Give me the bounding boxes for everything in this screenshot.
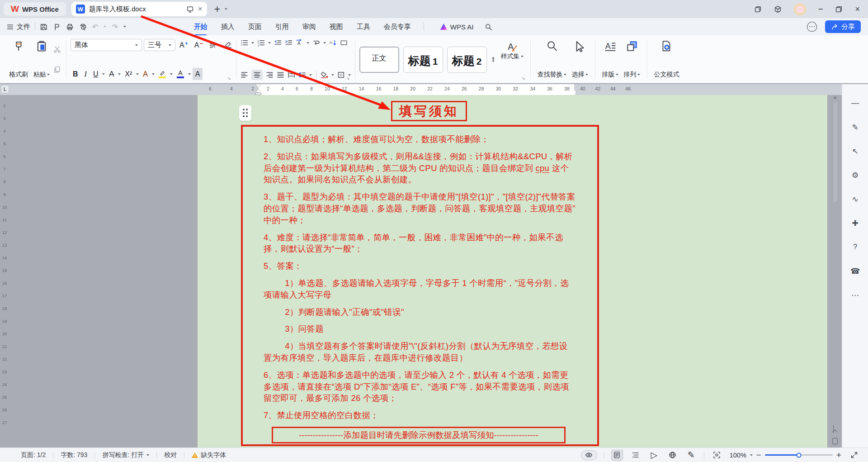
spellcheck-toggle[interactable]: 拼写检查: 打开 [102, 451, 149, 459]
print-preview-icon[interactable] [79, 23, 87, 31]
file-menu-button[interactable]: 文件 [6, 23, 30, 31]
document-page[interactable]: 填写须知 1、知识点必填；解析、难度值可以为空，数据项不能删除；2、知识点：如果… [198, 95, 827, 448]
wrap-caret-icon[interactable] [323, 42, 326, 44]
borders-icon[interactable] [337, 71, 345, 79]
zoom-out-icon[interactable]: − [756, 450, 761, 460]
eye-protection-button[interactable] [581, 450, 597, 460]
workbench-icon[interactable] [754, 5, 762, 13]
arrange-button[interactable]: 排列 [621, 38, 643, 81]
numbered-list-icon[interactable]: 123 [257, 39, 265, 47]
zoom-caret-icon[interactable] [750, 454, 753, 456]
restore-icon[interactable] [835, 5, 843, 13]
align-left-icon[interactable] [241, 71, 248, 79]
superscript-button[interactable]: X² [123, 68, 134, 80]
scrollbar-thumb[interactable] [833, 102, 837, 202]
paste-button[interactable]: 粘贴 [31, 38, 52, 81]
styles-dialog-launcher-icon[interactable]: ↘ [521, 76, 525, 81]
menu-tab[interactable]: 页面 [248, 23, 262, 31]
tab-list-caret-icon[interactable] [225, 8, 227, 10]
zoom-in-icon[interactable]: + [836, 450, 841, 460]
strikethrough-caret-icon[interactable] [118, 73, 121, 75]
undo-caret-icon[interactable] [104, 26, 106, 28]
cut-icon[interactable] [53, 46, 61, 53]
decrease-font-button[interactable]: A− [192, 39, 206, 51]
format-painter-button[interactable]: 格式刷 [6, 38, 31, 81]
menu-tab[interactable]: 引用 [275, 23, 289, 31]
scroll-up-icon[interactable] [833, 96, 837, 99]
smart-format-icon[interactable]: ⚙ [850, 170, 861, 181]
share-button[interactable]: 分享 [825, 20, 861, 33]
menu-tab[interactable]: 插入 [221, 23, 235, 31]
more-tools-icon[interactable]: ⋯ [850, 290, 861, 300]
mobile-connect-icon[interactable]: ☎ [850, 266, 861, 276]
menu-tab[interactable]: 视图 [330, 23, 343, 31]
fullscreen-button[interactable] [848, 450, 860, 461]
character-shading-button[interactable]: A [193, 68, 203, 80]
style-normal[interactable]: 正文 [359, 47, 399, 73]
hide-panel-icon[interactable]: — [850, 98, 861, 109]
decrease-indent-icon[interactable] [274, 39, 282, 47]
numbered-caret-icon[interactable] [268, 42, 271, 44]
underline-button[interactable]: U [91, 68, 101, 80]
highlight-caret-icon[interactable] [170, 73, 173, 75]
document-tab[interactable]: W 题库导入模板.docx × [71, 2, 207, 16]
present-screen-icon[interactable] [186, 5, 194, 13]
wrap-text-icon[interactable] [312, 39, 320, 47]
wps-ai-button[interactable]: WPS AI [440, 23, 474, 31]
close-icon[interactable]: × [855, 5, 860, 14]
vertical-scrollbar[interactable] [832, 96, 838, 448]
find-replace-button[interactable]: 查找替换 [535, 38, 569, 81]
web-view-button[interactable] [667, 450, 679, 461]
align-right-icon[interactable] [266, 71, 274, 79]
font-name-select[interactable]: 黑体 [71, 39, 142, 51]
font-color-caret-icon[interactable] [188, 73, 191, 75]
annotate-pen-icon[interactable]: ✎ [850, 122, 861, 133]
fit-page-button[interactable] [711, 450, 723, 461]
quickbar-customize-caret-icon[interactable] [123, 26, 126, 28]
paragraph-drag-handle-icon[interactable] [239, 105, 251, 121]
page-indicator[interactable]: 页面: 1/2 [21, 451, 46, 459]
font-dialog-launcher-icon[interactable]: ↘ [227, 76, 231, 81]
highlight-color-button[interactable] [156, 68, 168, 80]
search-icon[interactable] [485, 23, 492, 31]
text-direction-caret-icon[interactable] [307, 42, 309, 44]
menu-tab[interactable]: 工具 [357, 23, 370, 31]
menu-tab[interactable]: 开始 [194, 23, 208, 31]
zoom-slider[interactable] [765, 454, 833, 456]
style-heading-1[interactable]: 标题1 [403, 47, 443, 73]
zoom-slider-knob[interactable] [796, 452, 801, 457]
word-count[interactable]: 字数: 793 [61, 451, 87, 459]
shading-bucket-icon[interactable] [321, 71, 328, 79]
export-pdf-icon[interactable] [53, 23, 61, 31]
distribute-icon[interactable] [288, 71, 295, 79]
redo-icon[interactable]: ↷ [112, 23, 118, 31]
phonetic-guide-button[interactable]: 拼 [208, 39, 222, 51]
doc-content-box[interactable]: 1、知识点必填；解析、难度值可以为空，数据项不能删除；2、知识点：如果填写为多级… [241, 125, 599, 446]
chart-tools-icon[interactable]: ∿ [850, 194, 861, 205]
align-center-button[interactable] [251, 70, 263, 80]
bullet-caret-icon[interactable] [251, 42, 254, 44]
hanging-indent-marker[interactable] [256, 89, 260, 92]
zoom-value[interactable]: 100% [730, 452, 746, 459]
page-view-button[interactable] [611, 450, 623, 461]
line-spacing-caret-icon[interactable] [309, 74, 312, 76]
bullet-list-icon[interactable] [241, 39, 248, 47]
menu-tab[interactable]: 审阅 [302, 23, 316, 31]
app-home-tab[interactable]: W WPS Office [4, 2, 66, 16]
text-effects-button[interactable]: A [141, 68, 150, 80]
gallery-down-icon[interactable] [492, 58, 494, 60]
justify-icon[interactable] [277, 71, 284, 79]
vertical-ruler[interactable]: 2345678910111213141516171819202122232425… [0, 96, 9, 448]
page-select-icon[interactable] [832, 438, 838, 444]
style-set-button[interactable]: A 样式集 [498, 39, 526, 62]
menu-tab[interactable]: 会员专享 [384, 23, 411, 31]
toolbox-icon[interactable]: ✚ [850, 218, 861, 229]
sort-icon[interactable]: A [329, 39, 337, 47]
typeset-button[interactable]: A 排版 [599, 38, 621, 81]
clear-format-eraser-icon[interactable] [224, 41, 232, 49]
superscript-caret-icon[interactable] [136, 73, 139, 75]
show-marks-icon[interactable] [340, 39, 348, 47]
tab-stop-selector[interactable]: L [1, 85, 9, 93]
first-line-indent-marker[interactable] [256, 84, 260, 88]
text-effects-caret-icon[interactable] [152, 73, 155, 75]
